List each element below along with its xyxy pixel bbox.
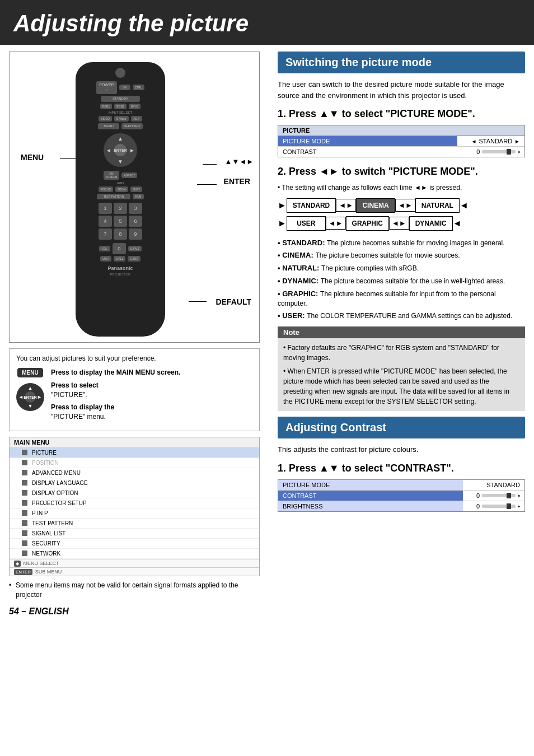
rgb2-btn[interactable]: RGB2 [114,104,127,109]
bullet-cinema-label: • CINEMA: [278,251,313,259]
ctrl-btn[interactable]: CTRL [133,85,144,90]
rgb-row: RGB1 RGB2 DVI-D [100,104,141,109]
test-pattern-icon [22,520,27,526]
zoom-btn[interactable]: ZOOM [115,186,128,192]
menu-item-display-lang[interactable]: DISPLAY LANGUAGE [10,478,259,488]
note-box: Note Factory defaults are "GRAPHIC" for … [278,326,525,411]
num2-btn[interactable]: 2 [114,203,127,214]
menu-item-signal-list[interactable]: SIGNAL LIST [10,529,259,539]
menu-item-test-pattern[interactable]: TEST PATTERN [10,519,259,529]
dall-btn[interactable]: D.ALL [114,256,126,262]
arrow-cin-nat: ◄► [395,199,415,212]
num9-btn[interactable]: 9 [129,228,142,240]
standby-btn[interactable]: STANDBY [101,96,140,102]
num5-btn[interactable]: 5 [114,216,127,227]
section1-intro: The user can switch to the desired pictu… [278,79,525,101]
menu-item-security[interactable]: SECURITY [10,539,259,549]
osd-mode-row: PICTURE MODE ◄ STANDARD ► [278,136,524,147]
left-arrow-usr: ◄ [329,219,336,227]
focus-btn[interactable]: FOCUS [99,186,113,192]
menu-item-advanced[interactable]: ADVANCED MENU [10,468,259,478]
bottom-row: USR D.ALL C.RST [100,256,141,262]
osd-tb-mode-label: PICTURE MODE [278,480,463,490]
remote-ir-emitter [115,68,125,78]
video-btn[interactable]: VIDEO [99,116,112,122]
adjust-instruction-box: You can adjust pictures to suit your pre… [9,348,260,431]
enter-remote-btn[interactable]: ENTER [114,144,127,156]
aspect-btn[interactable]: ASPECT [121,172,137,178]
right-arrow-grp: ► [399,219,406,227]
nav-left-btn[interactable]: ◄ [106,147,111,153]
menu-item-pip[interactable]: P IN P [10,508,259,519]
aux-btn[interactable]: AUX [131,116,142,122]
osd-contrast-table: PICTURE MODE STANDARD CONTRAST 0 • BRIGH… [278,479,525,512]
left-note-bullet: Some menu items may not be valid for cer… [9,581,260,600]
position-icon [22,460,27,465]
osd-mode-label: PICTURE MODE [278,136,457,146]
note-box-header: Note [278,326,525,338]
usr-btn[interactable]: USR [100,256,111,262]
nav-ring[interactable]: ENTER ▲ ▼ ◄ ► [104,133,137,167]
mode-graphic: GRAPHIC [346,216,389,231]
num8-btn[interactable]: 8 [114,228,127,240]
signal-list-icon [22,530,27,536]
instruction2: Press to select "PICTURE". [51,381,252,400]
bullet-dynamic-label: • DYNAMIC: [278,277,318,285]
arrow-usr-grp: ◄► [326,217,346,230]
dvi-btn[interactable]: DVI-D [129,104,141,109]
num7-btn[interactable]: 7 [99,228,112,240]
page-header: Adjusting the picture [0,0,534,45]
shift-btn[interactable]: SHFT [130,186,142,192]
num6-btn[interactable]: 6 [129,216,142,227]
mini-enter[interactable]: ENTER [25,391,36,403]
osd-contrast-row: CONTRAST 0 • [278,147,524,157]
display-opt-icon [22,490,27,496]
main-menu-list-box: MAIN MENU PICTURE POSITION ADVANCED MENU… [9,437,260,576]
num1-btn[interactable]: 1 [99,203,112,214]
arrows-line [203,164,217,165]
color-r-btn[interactable]: COL [99,246,110,251]
test-pattern-btn[interactable]: TEST PATTERN [97,194,130,199]
num3-btn[interactable]: 3 [129,203,142,214]
osd-tb-contrast-label: CONTRAST [278,491,463,501]
right-arrow-cin: ► [405,201,413,209]
menu-label: MENU [21,153,44,162]
svideo-btn[interactable]: S-Video [114,116,129,122]
menu-remote-btn[interactable]: MENU [98,123,119,129]
right-column: Switching the picture mode The user can … [269,45,534,623]
menu-item-position[interactable]: POSITION [10,458,259,468]
bullet-natural-text: The picture complies with sRGB. [321,264,419,272]
arrow-grp-dyn: ◄► [389,217,409,230]
mini-right: ► [37,394,42,400]
display-lang-icon [22,480,27,486]
menu-item-display-opt[interactable]: DISPLAY OPTION [10,488,259,498]
right-outer-arrow-2: ◄ [453,218,462,228]
bullet-cinema-text: The picture becomes suitable for movie s… [315,251,460,259]
bullet-natural-label: • NATURAL: [278,264,319,272]
right-arrow-usr: ► [336,219,343,227]
input-select-label: INPUT SELECT [109,111,133,114]
menu-item-projector-setup[interactable]: PROJECTOR SETUP [10,498,259,508]
menu-item-picture[interactable]: PICTURE [10,448,259,458]
nav-right-btn[interactable]: ► [129,147,135,153]
rgb1-btn[interactable]: RGB1 [100,104,113,109]
network-icon [22,550,27,556]
default-btn[interactable]: D.FALT [128,246,142,251]
shutter-btn[interactable]: SHUTTER [121,123,143,129]
on-btn[interactable]: ON [119,85,130,90]
osd-tb-mode-row: PICTURE MODE STANDARD [278,480,524,491]
bullet-standard-label: • STANDARD: [278,239,325,247]
power-btn[interactable]: POWER○ [96,81,116,94]
num4-btn[interactable]: 4 [99,216,112,227]
contrast-zero: 0 [476,492,480,499]
num0-btn[interactable]: 0 [113,243,126,254]
mini-menu-btn[interactable]: MENU [17,368,43,377]
menu-item-network[interactable]: NETWORK [10,549,259,559]
crset-btn[interactable]: C.RST [128,256,140,262]
nav-down-btn[interactable]: ▼ [118,158,123,165]
run-btn[interactable]: RUN [133,194,144,199]
nav-up-btn[interactable]: ▲ [118,136,123,142]
note2: When ENTER is pressed while "PICTURE MOD… [283,366,519,407]
onscreen-btn[interactable]: ONSCREEN [104,171,120,180]
left-outer-arrow: ► [278,200,287,211]
